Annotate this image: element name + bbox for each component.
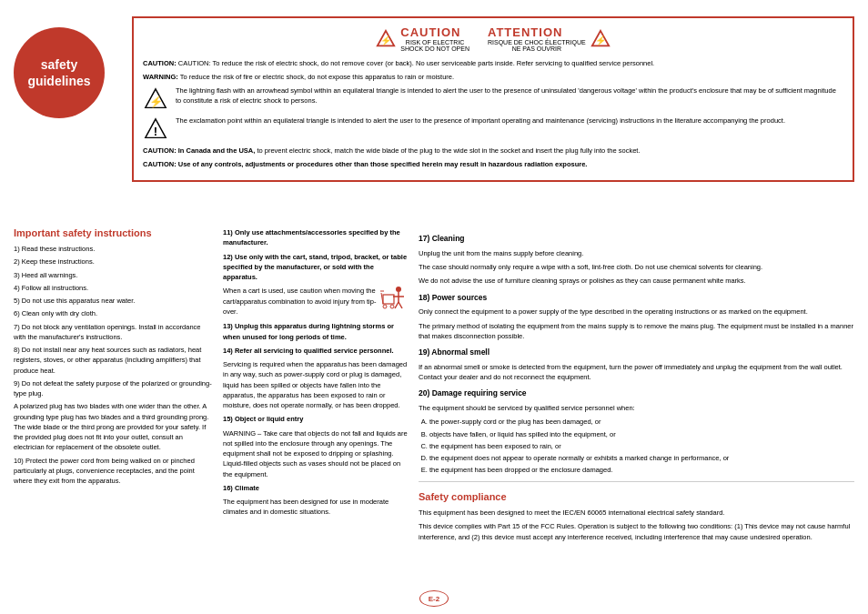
lightning-symbol-text: The lightning flash with an arrowhead sy… [176, 86, 843, 106]
instruction-1: 1) Read these instructions. [14, 244, 214, 254]
svg-text:⚡: ⚡ [149, 95, 164, 109]
cart-person-icon [380, 286, 409, 317]
item20-title: 20) Damage requiring service [419, 388, 854, 399]
lightning-triangle-icon-en: ⚡ [376, 29, 396, 49]
svg-rect-13 [383, 295, 394, 304]
warning-line2: WARNING: To reduce the risk of fire or e… [143, 73, 843, 83]
caution-controls: CAUTION: Use of any controls, adjustment… [143, 160, 843, 170]
svg-point-8 [396, 287, 401, 292]
lightning-symbol-row: ⚡ The lightning flash with an arrowhead … [143, 86, 843, 112]
svg-text:!: ! [154, 125, 157, 138]
item18-title: 18) Power sources [419, 292, 854, 304]
item18-body1: Only connect the equipment to a power su… [419, 307, 854, 317]
item19-body: If an abnormal smell or smoke is detecte… [419, 362, 854, 383]
item20-list-e: the equipment has been dropped or the en… [429, 465, 854, 475]
instruction-10: 10) Protect the power cord from being wa… [14, 456, 214, 487]
item20-list-b: objects have fallen, or liquid has spill… [429, 429, 854, 439]
safety-compliance-body1: This equipment has been designed to meet… [419, 508, 854, 518]
important-safety-title: Important safety instructions [14, 227, 214, 238]
item20-list: the power-supply cord or the plug has be… [429, 417, 854, 475]
left-column: Important safety instructions 1) Read th… [14, 227, 214, 596]
item13-title: 13) Unplug this apparatus during lightni… [223, 321, 409, 342]
instruction-3: 3) Heed all warnings. [14, 270, 214, 280]
instruction-9-body: A polarized plug has two blades with one… [14, 401, 214, 452]
item17-body3: We do not advise the use of furniture cl… [419, 276, 854, 286]
item20-list-a: the power-supply cord or the plug has be… [429, 417, 854, 427]
item20-body1: The equipment should be serviced by qual… [419, 403, 854, 413]
caution-subtitle-fr: RISQUE DE CHOC ÉLECTRIQUENE PAS OUVRIR [488, 39, 586, 52]
item12-title: 12) Use only with the cart, stand, tripo… [223, 252, 409, 283]
safety-circle: safety guidelines [14, 27, 105, 118]
right-column: 17) Cleaning Unplug the unit from the ma… [419, 227, 854, 596]
safety-compliance-body2: This device complies with Part 15 of the… [419, 521, 854, 542]
caution-canada: CAUTION: In Canada and the USA, to preve… [143, 146, 843, 156]
page-number: E-2 [419, 590, 449, 607]
caution-title-en: CAUTION [400, 25, 469, 39]
svg-text:⚡: ⚡ [380, 34, 392, 45]
caution-body: CAUTION: CAUTION: To reduce the risk of … [143, 59, 843, 169]
caution-label-en: ⚡ CAUTION RISK OF ELECTRICSHOCK DO NOT O… [376, 25, 469, 52]
attention-label-fr: ATTENTION RISQUE DE CHOC ÉLECTRIQUENE PA… [488, 25, 611, 52]
main-content: Important safety instructions 1) Read th… [14, 227, 854, 596]
svg-point-15 [390, 305, 394, 308]
svg-text:⚡: ⚡ [594, 34, 606, 45]
exclamation-symbol-icon: ! [143, 116, 168, 142]
exclamation-symbol-text: The exclamation point within an equilate… [176, 116, 843, 126]
item17-body2: The case should normally only require a … [419, 262, 854, 272]
item16-title: 16) Climate [223, 483, 409, 493]
lightning-triangle-icon-fr: ⚡ [590, 29, 611, 49]
instruction-5: 5) Do not use this apparatus near water. [14, 296, 214, 306]
caution-header: ⚡ CAUTION RISK OF ELECTRICSHOCK DO NOT O… [143, 25, 843, 52]
instruction-7: 7) Do not block any ventilation openings… [14, 322, 214, 343]
caution-subtitle-en: RISK OF ELECTRICSHOCK DO NOT OPEN [400, 39, 469, 52]
item16-body: The equipment has been designed for use … [223, 497, 409, 518]
caution-box: ⚡ CAUTION RISK OF ELECTRICSHOCK DO NOT O… [132, 16, 854, 182]
instruction-4: 4) Follow all instructions. [14, 283, 214, 293]
item20-list-c: the equipment has been exposed to rain, … [429, 441, 854, 451]
item15-body: WARNING – Take care that objects do not … [223, 428, 409, 479]
mid-column: 11) Only use attachments/accessories spe… [223, 227, 409, 596]
safety-circle-text: safety guidelines [27, 56, 90, 89]
instruction-2: 2) Keep these instructions. [14, 257, 214, 267]
instruction-6: 6) Clean only with dry cloth. [14, 308, 214, 318]
item14-title: 14) Refer all servicing to qualified ser… [223, 346, 409, 356]
item17-title: 17) Cleaning [419, 233, 854, 245]
item20-list-d: the equipment does not appear to operate… [429, 453, 854, 463]
divider [419, 481, 854, 482]
item17-body1: Unplug the unit from the mains supply be… [419, 248, 854, 258]
instruction-9: 9) Do not defeat the safety purpose of t… [14, 378, 214, 399]
item12-body: When a cart is used, use caution when mo… [223, 286, 377, 317]
lightning-symbol-icon: ⚡ [143, 86, 168, 112]
caution-line1: CAUTION: CAUTION: To reduce the risk of … [143, 59, 843, 69]
svg-point-14 [383, 305, 387, 308]
instructions-list: 1) Read these instructions. 2) Keep thes… [14, 244, 214, 486]
svg-line-11 [395, 302, 399, 308]
item18-body2: The primary method of isolating the equi… [419, 321, 854, 342]
item11-title: 11) Only use attachments/accessories spe… [223, 227, 409, 248]
exclamation-symbol-row: ! The exclamation point within an equila… [143, 116, 843, 142]
item14-body: Servicing is required when the apparatus… [223, 359, 409, 410]
safety-compliance-title: Safety compliance [419, 489, 854, 505]
instruction-8: 8) Do not install near any heat sources … [14, 345, 214, 376]
item15-title: 15) Object or liquid entry [223, 414, 409, 424]
attention-title-fr: ATTENTION [488, 25, 586, 39]
svg-line-12 [399, 302, 402, 308]
item19-title: 19) Abnormal smell [419, 347, 854, 358]
